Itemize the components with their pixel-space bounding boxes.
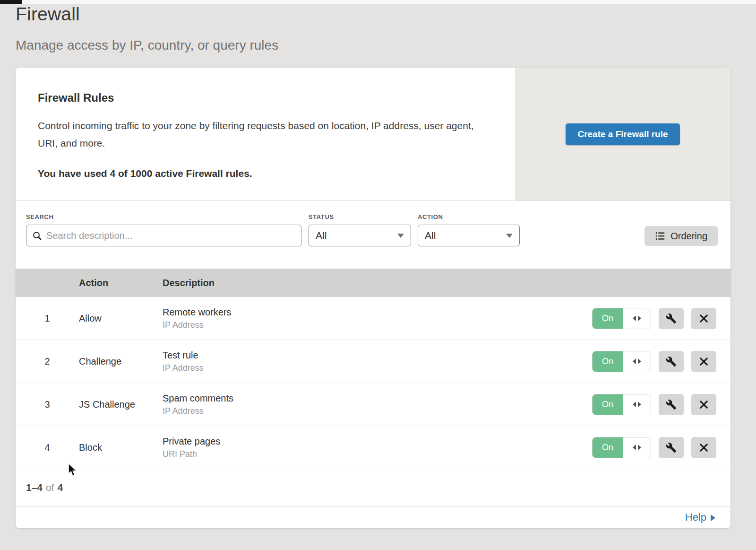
column-action: Action xyxy=(79,278,163,288)
action-select[interactable]: All xyxy=(418,225,520,246)
rule-priority: 2 xyxy=(16,356,79,367)
rule-controls: On xyxy=(592,308,730,329)
close-icon xyxy=(699,357,709,367)
rule-controls: On xyxy=(592,351,730,372)
table-header: Action Description xyxy=(16,269,730,297)
rule-match-field: IP Address xyxy=(163,363,592,373)
rule-action: Allow xyxy=(79,313,163,324)
rule-match-field: IP Address xyxy=(163,406,592,416)
rule-action: Challenge xyxy=(79,356,163,367)
rule-description: Private pages URI Path xyxy=(163,436,592,459)
triangle-left-icon xyxy=(633,315,636,321)
triangle-right-icon xyxy=(638,445,641,450)
toggle-drag-handle[interactable] xyxy=(623,351,651,372)
ordering-button-label: Ordering xyxy=(670,231,707,242)
chevron-down-icon xyxy=(397,234,404,238)
status-selected-value: All xyxy=(316,230,326,241)
delete-rule-button[interactable] xyxy=(691,394,716,415)
wrench-icon xyxy=(666,399,677,410)
rule-enabled-toggle[interactable]: On xyxy=(592,351,651,372)
column-description: Description xyxy=(163,278,730,288)
pagination-of: of xyxy=(46,482,54,493)
table-row: 2 Challenge Test rule IP Address On xyxy=(16,340,730,383)
rule-description-title: Test rule xyxy=(163,350,592,361)
help-link[interactable]: Help xyxy=(685,511,715,524)
status-filter-group: STATUS All xyxy=(301,213,411,246)
toggle-drag-handle[interactable] xyxy=(623,437,651,458)
search-box[interactable] xyxy=(26,225,301,246)
action-filter-group: ACTION All xyxy=(411,213,520,246)
card-header-action-area: Create a Firewall rule xyxy=(515,68,730,201)
status-select[interactable]: All xyxy=(309,225,411,246)
status-label: STATUS xyxy=(309,213,411,220)
panel-description: Control incoming traffic to your zone by… xyxy=(38,117,491,152)
card-header-text: Firewall Rules Control incoming traffic … xyxy=(16,68,515,201)
rule-description-title: Spam comments xyxy=(163,393,592,404)
wrench-icon xyxy=(666,313,677,324)
toggle-on-label: On xyxy=(593,437,623,458)
edit-rule-button[interactable] xyxy=(659,394,684,415)
rule-controls: On xyxy=(592,437,730,458)
triangle-right-icon xyxy=(638,358,641,364)
triangle-right-icon xyxy=(711,515,715,521)
toggle-on-label: On xyxy=(593,351,623,372)
rule-action: JS Challenge xyxy=(79,399,163,410)
ordering-button[interactable]: Ordering xyxy=(644,226,718,246)
panel-usage-count: You have used 4 of 1000 active Firewall … xyxy=(38,168,496,179)
firewall-rules-card: Firewall Rules Control incoming traffic … xyxy=(16,68,730,528)
help-link-label: Help xyxy=(685,511,706,524)
rule-description: Test rule IP Address xyxy=(163,350,592,373)
rule-description-title: Private pages xyxy=(163,436,592,447)
filters-bar: SEARCH STATUS All ACTION All xyxy=(16,201,730,269)
pagination-total: 4 xyxy=(58,482,63,493)
table-row: 1 Allow Remote workers IP Address On xyxy=(16,297,730,340)
page-subtitle: Manage access by IP, country, or query r… xyxy=(16,38,278,53)
toggle-on-label: On xyxy=(593,394,623,415)
wrench-icon xyxy=(666,442,677,453)
search-icon xyxy=(32,231,42,241)
rule-action: Block xyxy=(79,442,163,453)
triangle-right-icon xyxy=(638,315,641,321)
triangle-left-icon xyxy=(633,402,636,407)
close-icon xyxy=(699,400,709,410)
card-header: Firewall Rules Control incoming traffic … xyxy=(16,68,730,201)
rule-enabled-toggle[interactable]: On xyxy=(592,437,651,458)
rule-match-field: IP Address xyxy=(163,320,592,330)
rule-priority: 4 xyxy=(16,442,79,453)
delete-rule-button[interactable] xyxy=(691,308,716,329)
delete-rule-button[interactable] xyxy=(691,437,716,458)
rule-enabled-toggle[interactable]: On xyxy=(592,394,651,415)
panel-title: Firewall Rules xyxy=(38,91,496,105)
edit-rule-button[interactable] xyxy=(659,437,684,458)
rule-priority: 3 xyxy=(16,399,79,410)
toggle-on-label: On xyxy=(593,308,623,329)
list-ordering-icon xyxy=(655,231,665,241)
pagination-range: 1–4 xyxy=(26,482,43,493)
card-footer: Help xyxy=(16,506,730,528)
page-title: Firewall xyxy=(16,4,80,25)
rule-description: Spam comments IP Address xyxy=(163,393,592,416)
triangle-right-icon xyxy=(638,402,641,407)
edit-rule-button[interactable] xyxy=(659,308,684,329)
action-label: ACTION xyxy=(418,213,520,220)
rule-description-title: Remote workers xyxy=(163,307,592,318)
action-selected-value: All xyxy=(425,230,436,241)
edit-rule-button[interactable] xyxy=(659,351,684,372)
window-top-edge xyxy=(0,0,756,4)
rule-enabled-toggle[interactable]: On xyxy=(592,308,651,329)
table-row: 3 JS Challenge Spam comments IP Address … xyxy=(16,383,730,426)
triangle-left-icon xyxy=(633,445,636,450)
pagination: 1–4 of 4 xyxy=(16,469,730,506)
wrench-icon xyxy=(666,356,677,367)
create-firewall-rule-button[interactable]: Create a Firewall rule xyxy=(566,123,679,145)
toggle-drag-handle[interactable] xyxy=(623,308,651,329)
delete-rule-button[interactable] xyxy=(691,351,716,372)
close-icon xyxy=(699,314,709,323)
search-input[interactable] xyxy=(46,230,295,241)
close-icon xyxy=(699,443,709,453)
toggle-drag-handle[interactable] xyxy=(623,394,651,415)
search-filter-group: SEARCH xyxy=(26,213,301,246)
search-label: SEARCH xyxy=(26,213,301,220)
table-row: 4 Block Private pages URI Path On xyxy=(16,426,730,469)
rule-priority: 1 xyxy=(16,313,79,324)
